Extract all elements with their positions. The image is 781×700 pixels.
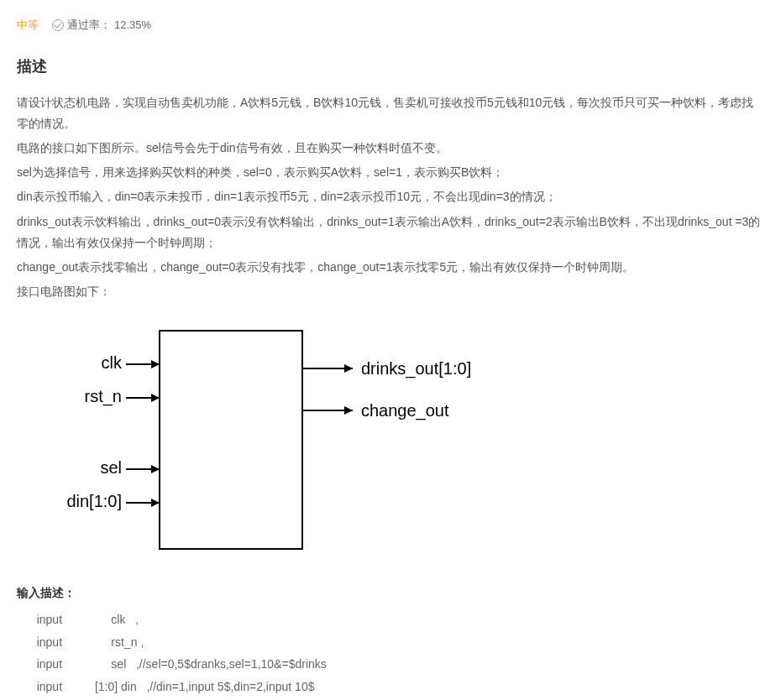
diagram-label-rstn: rst_n [85, 387, 122, 406]
circuit-diagram: clk rst_n sel din[1:0] drinks_out[1:0] c… [17, 322, 764, 562]
pass-rate-label: 通过率： [67, 17, 111, 34]
input-desc-title: 输入描述： [17, 583, 764, 602]
description-line: change_out表示找零输出，change_out=0表示没有找零，chan… [17, 257, 764, 278]
pass-rate: 通过率：12.35% [52, 17, 151, 34]
description-line: din表示投币输入，din=0表示未投币，din=1表示投币5元，din=2表示… [17, 186, 764, 207]
diagram-label-changeout: change_out [361, 401, 449, 421]
diagram-label-clk: clk [102, 353, 123, 372]
description-line: 请设计状态机电路，实现自动售卖机功能，A饮料5元钱，B饮料10元钱，售卖机可接收… [17, 92, 764, 134]
code-line: input clk , [27, 609, 764, 631]
svg-marker-10 [344, 364, 353, 373]
check-icon [52, 19, 64, 31]
description-line: sel为选择信号，用来选择购买饮料的种类，sel=0，表示购买A饮料，sel=1… [17, 162, 764, 183]
diagram-label-drinksout: drinks_out[1:0] [361, 359, 471, 379]
diagram-svg: clk rst_n sel din[1:0] drinks_out[1:0] c… [34, 322, 504, 557]
description-line: 电路的接口如下图所示。sel信号会先于din信号有效，且在购买一种饮料时值不变。 [17, 138, 764, 159]
meta-row: 中等 通过率：12.35% [17, 17, 764, 34]
code-line: input sel ,//sel=0,5$dranks,sel=1,10&=$d… [27, 653, 764, 676]
difficulty-badge: 中等 [17, 17, 39, 34]
svg-marker-4 [151, 394, 160, 402]
svg-marker-8 [151, 499, 160, 507]
code-line: input [1:0] din ,//din=1,input 5$,din=2,… [27, 676, 764, 698]
svg-rect-0 [160, 331, 302, 549]
code-line: input rst_n , [27, 631, 764, 654]
pass-rate-value: 12.35% [114, 17, 151, 34]
description-title: 描述 [17, 55, 764, 79]
svg-marker-12 [344, 406, 353, 415]
input-desc-lines: input clk , input rst_n , input sel ,//s… [17, 609, 764, 697]
diagram-label-sel: sel [100, 458, 122, 477]
diagram-label-din: din[1:0] [66, 492, 122, 510]
input-description-section: 输入描述： input clk , input rst_n , input se… [17, 583, 764, 698]
description-line: 接口电路图如下： [17, 281, 764, 302]
svg-marker-2 [151, 360, 160, 368]
svg-marker-6 [151, 465, 160, 473]
description-body: 请设计状态机电路，实现自动售卖机功能，A饮料5元钱，B饮料10元钱，售卖机可接收… [17, 92, 764, 303]
description-line: drinks_out表示饮料输出，drinks_out=0表示没有饮料输出，dr… [17, 212, 764, 253]
